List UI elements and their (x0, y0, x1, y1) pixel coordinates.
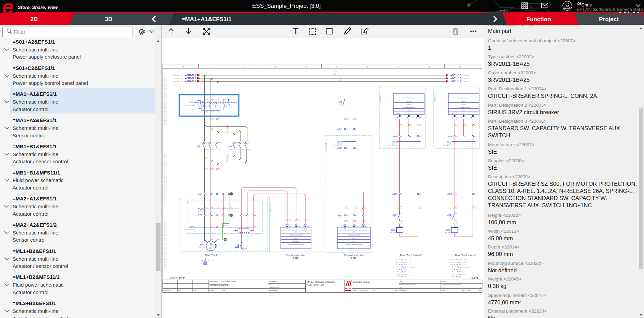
svg-text:-MA1: -MA1 (199, 243, 205, 246)
svg-text:-FC1:14: -FC1:14 (351, 241, 356, 242)
svg-text:14: 14 (459, 266, 461, 268)
svg-text:5/L3: 5/L3 (248, 141, 251, 143)
svg-text:2: 2 (354, 139, 355, 141)
svg-text:/ 1.7: / 1.7 (199, 148, 202, 150)
svg-text:A1: A1 (400, 226, 402, 227)
svg-text:/: / (461, 80, 462, 82)
svg-text:18: 18 (410, 136, 412, 137)
svg-text:0V: 0V (465, 124, 466, 125)
svg-text:14: 14 (225, 106, 227, 107)
svg-text:: MA2/ 1.0: : MA2/ 1.0 (463, 78, 471, 79)
svg-text:0,75: 0,75 (456, 223, 458, 224)
svg-text:2/T1: 2/T1 (205, 111, 208, 113)
svg-text:-WD3: -WD3 (197, 208, 203, 210)
svg-text:0,75: 0,75 (410, 125, 412, 127)
svg-text:4/T2: 4/T2 (211, 111, 214, 113)
svg-text:-KF7: -KF7 (462, 109, 465, 111)
svg-text:GNYE: GNYE (229, 207, 233, 208)
svg-text:L.1: L.1 (289, 226, 291, 227)
svg-text:0,75: 0,75 (346, 221, 349, 223)
svg-text:4G0,75: 4G0,75 (447, 143, 451, 145)
svg-text:0V: 0V (346, 219, 348, 221)
svg-text:2,5: 2,5 (227, 125, 229, 126)
svg-text:: GD1+A2/ 1.5: : GD1+A2/ 1.5 (442, 145, 451, 147)
svg-text:0V: 0V (456, 206, 458, 207)
svg-text:1: 1 (242, 225, 242, 226)
svg-text:from: from (467, 289, 471, 291)
svg-text:22: 22 (230, 106, 232, 107)
svg-text:24: 24 (404, 269, 406, 270)
svg-text:13: 13 (397, 266, 398, 268)
svg-text:-XD4: -XD4 (197, 193, 202, 195)
svg-text:GY: GY (217, 207, 219, 208)
svg-text:-XD3: -XD3 (337, 147, 342, 149)
svg-text:BK: BK (206, 168, 208, 169)
svg-text:1: 1 (346, 139, 346, 141)
svg-text:2,5: 2,5 (206, 169, 208, 170)
svg-text:4/T2: 4/T2 (211, 149, 214, 151)
svg-text:-XD3: -XD3 (392, 135, 397, 138)
svg-text:2: 2 (248, 225, 248, 226)
svg-text:7: 7 (248, 215, 249, 216)
svg-text:1/L1: 1/L1 (396, 259, 399, 261)
svg-text:Drawing number: Drawing number (269, 286, 279, 288)
svg-text:-QA2:A1: -QA2:A1 (461, 100, 466, 102)
svg-text:2,5: 2,5 (206, 119, 208, 120)
svg-text:/ 1.1: / 1.1 (410, 259, 413, 261)
svg-text:L.3: L.3 (356, 226, 358, 227)
svg-text:3: 3 (397, 117, 398, 119)
svg-text:4: 4 (224, 215, 225, 216)
svg-text:4G0,75: 4G0,75 (337, 143, 342, 145)
svg-text:"Feed": "Feed" (292, 257, 299, 259)
svg-text:0V: 0V (456, 221, 458, 223)
svg-text:-WD4: -WD4 (189, 226, 195, 228)
svg-text:=KF1+A2: =KF1+A2 (379, 94, 381, 102)
svg-text:-XD5: -XD5 (392, 193, 397, 195)
svg-text:/ 1.3: / 1.3 (464, 259, 467, 261)
svg-text:Erstauslauf 1: Erstauslauf 1 (399, 289, 408, 291)
svg-text:5.1: 5.1 (457, 117, 458, 119)
svg-text:5.3: 5.3 (475, 117, 476, 119)
svg-text:L.3: L.3 (298, 226, 300, 227)
svg-text:5.2: 5.2 (465, 117, 467, 119)
svg-text:/ 1.7: / 1.7 (464, 273, 467, 275)
svg-text:5/L3: 5/L3 (450, 264, 454, 266)
svg-text:15: 15 (346, 147, 348, 149)
svg-text:-QA1: -QA1 (197, 145, 202, 148)
svg-text:-: - (418, 112, 418, 114)
svg-text:Creator: Creator (209, 289, 214, 291)
svg-text:M: M (210, 243, 212, 246)
svg-text:3 ~: 3 ~ (209, 247, 213, 249)
svg-text:2: 2 (212, 193, 213, 195)
svg-text:"Feed": "Feed" (350, 257, 357, 259)
svg-text:3: 3 (415, 117, 416, 119)
svg-text:14: 14 (346, 106, 347, 108)
svg-text:0V: 0V (346, 118, 348, 119)
svg-text:6/T3: 6/T3 (247, 149, 250, 151)
svg-text:0V: 0V (206, 118, 208, 119)
svg-text:L.3: L.3 (307, 226, 309, 227)
svg-text:0V: 0V (212, 118, 214, 119)
svg-text:0,75: 0,75 (307, 220, 309, 222)
svg-text:-KF1+BL.X1&ETAL/ 1.5: -KF1+BL.X1&ETAL/ 1.5 (289, 234, 303, 236)
svg-text:0V: 0V (419, 124, 421, 125)
svg-text:0,75: 0,75 (365, 221, 367, 223)
svg-text:7: 7 (398, 65, 399, 68)
svg-text:IN1: IN1 (286, 228, 289, 230)
svg-text:11: 11 (452, 273, 454, 275)
svg-text:0,75: 0,75 (365, 208, 367, 209)
svg-text:1: 1 (213, 65, 214, 68)
svg-text:=S01+C2/1: =S01+C2/1 (169, 276, 186, 280)
svg-text:0V: 0V (335, 71, 337, 73)
svg-text:/ 1.7: / 1.7 (449, 217, 453, 219)
svg-text:-FC1: -FC1 (190, 101, 195, 104)
svg-text:/ 1.1: / 1.1 (410, 264, 413, 266)
svg-text:=X1: =X1 (187, 201, 189, 204)
svg-text:I>: I> (204, 108, 205, 110)
svg-text:=GB1-2L2: =GB1-2L2 (450, 77, 461, 79)
svg-text:2,5: 2,5 (227, 128, 229, 130)
svg-text:7: 7 (346, 128, 347, 130)
svg-text:12: 12 (208, 259, 210, 261)
svg-text:0,75: 0,75 (465, 125, 467, 127)
svg-text:5/L3: 5/L3 (217, 99, 220, 100)
